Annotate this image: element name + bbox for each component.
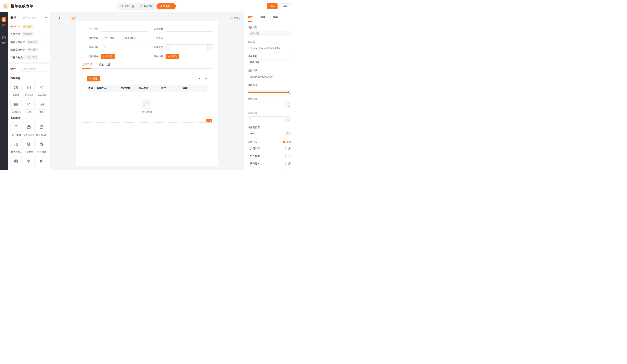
delete-icon[interactable] — [209, 120, 211, 122]
rail-item-data[interactable]: 数据 — [1, 35, 6, 45]
component-image[interactable]: 图片 — [36, 99, 47, 114]
increase-button[interactable]: + — [207, 45, 213, 50]
form-type-badge: 一对一查询 — [24, 55, 38, 59]
component-search-input[interactable] — [22, 67, 46, 70]
width-slider[interactable] — [248, 91, 291, 94]
spin-down-button[interactable] — [285, 105, 291, 108]
tablet-icon — [64, 16, 68, 20]
top-header: 橙单在线表单 基础信息 数据模型 — [0, 0, 293, 12]
component-text[interactable]: 文本 — [23, 99, 34, 114]
rail-item-forms[interactable]: 表单 — [1, 17, 6, 26]
field-label-relation: 关联选择 — [148, 27, 163, 31]
empty-illustration — [138, 97, 156, 110]
copy-icon[interactable] — [207, 120, 209, 122]
column-header: 合同产品 — [95, 87, 119, 90]
component-key-input[interactable] — [248, 74, 291, 79]
save-button[interactable]: 保存 — [267, 3, 277, 9]
tab-script[interactable]: 脚本 — [273, 12, 278, 22]
back-button[interactable]: 返回 — [280, 3, 290, 9]
component-number-range[interactable]: 数字范围... — [10, 139, 22, 154]
component-table-container[interactable]: 表格容器 — [10, 99, 22, 114]
nda-upload-button[interactable]: 点击上传 — [165, 54, 179, 59]
op-column-width-input[interactable] — [248, 131, 291, 136]
form-list-item[interactable]: 合同管理 查询表单 — [10, 31, 47, 38]
tab-basic-info[interactable]: 基础信息 — [118, 3, 137, 10]
due-date-input[interactable] — [101, 45, 148, 50]
tab-operations[interactable]: 操作 — [260, 12, 265, 22]
component-search — [18, 66, 47, 72]
remove-field-icon[interactable] — [288, 169, 291, 171]
tab-contract-detail[interactable]: 合同详情 — [82, 63, 93, 68]
total-price-input[interactable] — [171, 45, 207, 50]
spin-up-button[interactable] — [285, 131, 291, 134]
field-card[interactable]: 合同产品 — [248, 146, 286, 151]
component-key-label: 组件标识 — [248, 69, 291, 72]
device-mobile-button[interactable] — [56, 15, 61, 21]
component-card[interactable]: 卡片组件 — [23, 82, 34, 97]
field-card[interactable]: 商品总价 — [248, 161, 286, 166]
tab-attributes[interactable]: 属性 — [248, 12, 253, 22]
spin-down-button[interactable] — [285, 134, 291, 136]
table-component-selected[interactable]: 新建 — [82, 73, 212, 122]
radio-oem-contract[interactable]: 代工合同 — [121, 36, 135, 40]
new-row-button[interactable]: 新建 — [87, 76, 100, 81]
component-text-display[interactable]: 文本显示 — [10, 122, 22, 137]
more-icon[interactable] — [44, 48, 47, 52]
more-icon[interactable] — [44, 33, 47, 36]
field-card[interactable]: 生产数量 — [248, 153, 286, 159]
component-name-input[interactable] — [248, 59, 291, 65]
component-basic-block[interactable]: 基础块 — [10, 82, 22, 97]
tab-data-model[interactable]: 数据模型 — [137, 3, 156, 10]
party-select[interactable] — [101, 26, 148, 32]
spin-up-button[interactable] — [285, 103, 291, 105]
form-list-item[interactable]: 合同详情 编辑表单 — [10, 23, 47, 31]
component-radio[interactable]: 单选组件 — [36, 139, 47, 154]
more-icon[interactable] — [44, 25, 47, 28]
add-form-icon[interactable] — [44, 16, 47, 19]
bottom-margin-input[interactable] — [248, 116, 291, 122]
form-list-item[interactable]: 选择业务员 一对一查询 — [10, 53, 47, 61]
component-text-input[interactable]: 文本输入框 — [23, 122, 34, 137]
remove-field-icon[interactable] — [288, 147, 291, 150]
square-in-square-icon — [14, 159, 19, 164]
remove-field-icon[interactable] — [288, 162, 291, 165]
add-field-button[interactable]: 添加 — [283, 140, 291, 144]
refresh-icon[interactable] — [199, 77, 202, 80]
device-desktop-button[interactable] — [70, 15, 76, 21]
component-number-input[interactable]: 数字输入框 — [36, 122, 47, 137]
spin-down-button[interactable] — [285, 119, 291, 122]
field-card[interactable]: 备注 — [248, 168, 286, 170]
sort-columns-icon[interactable] — [204, 77, 207, 80]
tab-form-design[interactable]: 表单设计 — [156, 3, 176, 9]
reset-form-button[interactable]: 重置表单 — [228, 17, 241, 20]
component-select[interactable] — [23, 156, 34, 167]
field-label-party: 甲方企业 — [84, 27, 99, 31]
decrease-button[interactable]: − — [166, 45, 171, 50]
component-tabs[interactable]: Tabs组件 — [36, 82, 47, 97]
tag-icon — [39, 85, 44, 90]
tab-data-model-label: 数据模型 — [144, 5, 154, 8]
bind-table-select[interactable]: zz_test_flow_contract_detail — [248, 45, 291, 51]
remove-field-icon[interactable] — [288, 155, 291, 158]
column-header: 操作 — [181, 87, 207, 90]
slider-track — [248, 92, 291, 93]
attachment-upload-button[interactable]: 点击上传 — [101, 54, 115, 59]
components-panel: 组件 布局组件 基 — [8, 64, 50, 170]
component-block[interactable] — [10, 156, 22, 167]
radio-production-contract[interactable]: 生产合同 — [101, 36, 115, 40]
form-list-item[interactable]: 编辑交付计划 编辑表单 — [10, 46, 47, 53]
table-height-input[interactable] — [248, 102, 291, 108]
form-search-input[interactable] — [22, 16, 41, 19]
tab-delivery-plan[interactable]: 交付计划 — [99, 63, 110, 68]
component-switch[interactable]: 开关组件 — [23, 139, 34, 154]
slider-handle[interactable] — [288, 91, 291, 94]
more-icon[interactable] — [44, 40, 47, 44]
salesman-select[interactable] — [165, 35, 213, 41]
component-pages[interactable] — [36, 156, 47, 167]
relation-select[interactable] — [165, 26, 213, 32]
device-tablet-button[interactable] — [63, 15, 69, 21]
form-list-item[interactable]: 编辑合同商品 编辑表单 — [10, 38, 47, 46]
table-header-row: 序号 合同产品 生产数量 商品总价 备注 操作 — [87, 85, 207, 92]
spin-up-button[interactable] — [285, 117, 291, 119]
more-icon[interactable] — [44, 56, 47, 59]
